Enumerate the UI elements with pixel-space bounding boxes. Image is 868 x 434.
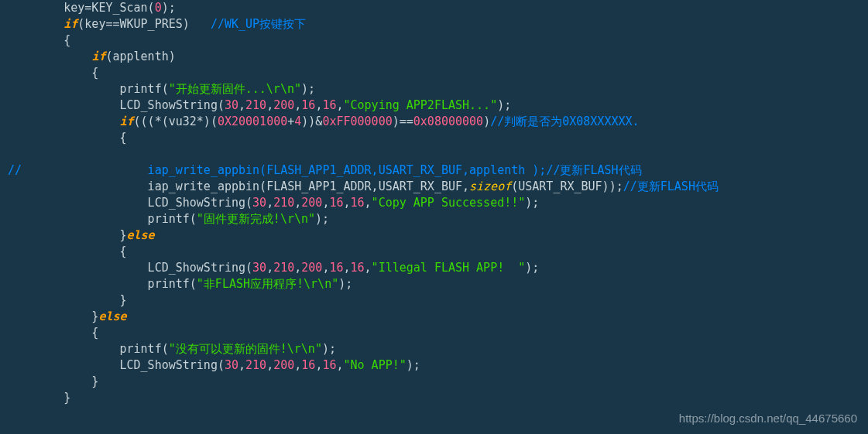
code-line: printf("固件更新完成!\r\n");: [8, 212, 329, 226]
code-line: }: [8, 391, 70, 405]
code-line: {: [8, 326, 98, 340]
watermark: https://blog.csdn.net/qq_44675660: [679, 410, 857, 426]
code-line: }else: [8, 309, 127, 323]
code-line: }: [8, 374, 98, 388]
code-line: LCD_ShowString(30,210,200,16,16,"Copying…: [8, 98, 511, 112]
code-line: {: [8, 244, 127, 258]
code-line: printf("开始更新固件...\r\n");: [8, 82, 315, 96]
code-line: printf("非FLASH应用程序!\r\n");: [8, 277, 352, 291]
code-line: key=KEY_Scan(0);: [8, 1, 176, 15]
code-line: LCD_ShowString(30,210,200,16,16,"Illegal…: [8, 261, 539, 275]
code-block: key=KEY_Scan(0); if(key==WKUP_PRES) //WK…: [0, 0, 868, 406]
code-line: if(applenth): [8, 50, 176, 63]
code-line: if(((*(vu32*)(0X20001000+4))&0xFF000000)…: [8, 114, 640, 128]
code-line: {: [8, 66, 98, 80]
code-line: LCD_ShowString(30,210,200,16,16,"No APP!…: [8, 358, 420, 372]
code-line: iap_write_appbin(FLASH_APP1_ADDR,USART_R…: [8, 179, 719, 193]
code-line: printf("没有可以更新的固件!\r\n");: [8, 342, 336, 356]
code-line: // iap_write_appbin(FLASH_APP1_ADDR,USAR…: [8, 163, 642, 177]
code-line: }: [8, 293, 127, 307]
code-line: {: [8, 33, 70, 47]
code-line: if(key==WKUP_PRES) //WK_UP按键按下: [8, 17, 306, 31]
code-line: {: [8, 131, 127, 145]
code-line: }else: [8, 228, 155, 242]
code-line: LCD_ShowString(30,210,200,16,16,"Copy AP…: [8, 196, 539, 210]
